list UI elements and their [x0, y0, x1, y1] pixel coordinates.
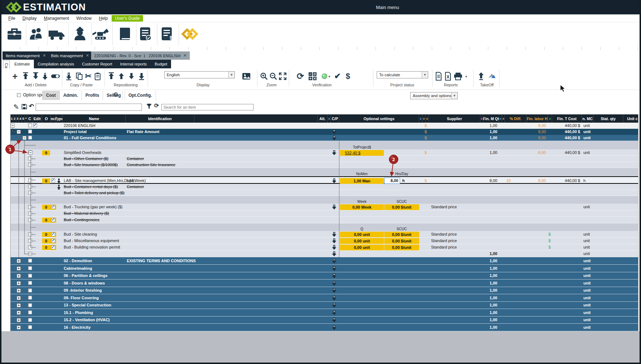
toolbox-icon[interactable] [4, 24, 24, 45]
supplier-cell[interactable]: Standard price [431, 245, 457, 249]
add-above-button[interactable] [22, 70, 29, 82]
doc-tab-0[interactable]: Items management✕ [3, 51, 49, 60]
column-header-type[interactable]: Type [56, 114, 63, 123]
unit-cell[interactable]: unit [583, 281, 591, 285]
print-button[interactable] [454, 70, 462, 82]
optional-setting-cell-2[interactable]: 0,00 $/unit [384, 238, 419, 244]
item-name-cell[interactable]: Bud - Site Insurance ($/1000$) [64, 163, 118, 167]
unit-cell[interactable]: unit [583, 266, 591, 270]
final-qty-cell[interactable]: 1,00 [483, 259, 497, 263]
optional-setting-cell-2[interactable]: 8,00 [384, 178, 400, 184]
item-name-cell[interactable]: 13 - Special Construction [64, 303, 111, 307]
option-number-cell[interactable]: 0 [42, 178, 50, 183]
copy-paste-arrow-icon[interactable] [332, 281, 336, 286]
final-qty-cell[interactable]: 1,00 [483, 288, 497, 292]
item-name-cell[interactable]: Bud - Other Container ($) [64, 156, 108, 161]
status-caret[interactable]: ▾ [328, 70, 330, 82]
chevron-down-icon[interactable]: ▼ [422, 72, 428, 78]
item-name-cell[interactable]: 08 - Doors & windows [64, 281, 105, 285]
final-total-cost-cell[interactable]: 440,00 $ [555, 129, 580, 134]
table-row[interactable]: 0Bud - Building renovation permit0,00 un… [10, 244, 638, 251]
row-checkbox[interactable] [28, 281, 32, 285]
paste-insert-button[interactable] [66, 70, 72, 82]
table-row[interactable]: WeekSCUC [10, 196, 638, 204]
move-down-button[interactable] [128, 70, 135, 82]
copy-paste-arrow-icon[interactable] [332, 303, 336, 308]
table-row[interactable]: TotProject$ [10, 141, 638, 150]
item-name-cell[interactable]: Bud - Site cleaning [64, 232, 97, 236]
add-below-button[interactable] [32, 70, 39, 82]
unit-cell[interactable]: unit [583, 325, 591, 329]
option-number-cell[interactable]: 0 [42, 245, 50, 250]
item-identification-cell[interactable]: LAB [127, 178, 134, 183]
row-checkbox[interactable] [28, 325, 32, 329]
gear-icon[interactable]: ⚙ [113, 91, 118, 99]
optional-setting-cell-1[interactable]: 1,00 Man [340, 178, 384, 184]
row-checkbox[interactable] [28, 296, 32, 300]
row-checkbox[interactable] [28, 310, 32, 314]
zoom-fit-button[interactable] [279, 70, 287, 82]
table-row[interactable]: 0Bud - Trucking (gas per week) ($)0,00 W… [10, 204, 638, 210]
supplier-cell[interactable]: Standard price [431, 205, 457, 209]
row-checkbox[interactable] [28, 245, 32, 249]
menu-user-s-guide[interactable]: User's Guide [112, 15, 143, 22]
table-row[interactable]: 15.2 - Ventilation (HVAC)1,00unit [10, 317, 638, 324]
item-name-cell[interactable]: 06 - Partition & ceilings [64, 273, 108, 278]
option-number-cell[interactable]: 0 [42, 205, 50, 210]
truck-icon[interactable] [47, 24, 67, 45]
unit-cell[interactable]: unit [583, 129, 591, 134]
row-checkbox[interactable] [28, 259, 32, 263]
column-header-+[interactable]: + [480, 114, 483, 123]
row-checkbox[interactable] [28, 288, 32, 292]
item-name-cell[interactable]: Bud - Miscellaneous equipment [64, 238, 119, 243]
move-top-button[interactable] [108, 70, 115, 82]
copy-paste-arrow-icon[interactable] [332, 325, 336, 330]
column-header-fin.-labor-h[interactable]: Fin. labor H [526, 114, 548, 123]
menu-display[interactable]: Display [19, 15, 40, 22]
item-name-cell[interactable]: 220106 ENGLISH [64, 123, 95, 128]
edit-checkbox[interactable] [33, 123, 37, 127]
final-qty-cell[interactable]: 1,00 [483, 310, 497, 315]
included-checkbox[interactable] [51, 232, 55, 236]
final-qty-cell[interactable]: 1,00 [483, 281, 497, 285]
verify-cost-button[interactable]: $ [346, 70, 350, 82]
table-row[interactable]: Bud - Material delivery ($) [10, 210, 638, 217]
final-labor-cell[interactable]: 8,00 [528, 136, 546, 140]
item-identification-cell[interactable]: EXISTING TERMS AND CONDITIONS [127, 259, 196, 263]
view-button-optconfig[interactable]: Opt.Config. [125, 91, 156, 100]
column-header-c-p[interactable]: C/P [331, 114, 339, 123]
column-header-incl.[interactable]: Incl. [51, 114, 56, 123]
item-identification-cell[interactable]: Container [127, 156, 144, 161]
column-header-*[interactable]: * [25, 114, 27, 123]
vertical-scrollbar[interactable] [638, 114, 641, 331]
final-total-cost-cell[interactable]: 440,00 $ [555, 178, 580, 183]
included-checkbox[interactable] [51, 178, 55, 182]
chevron-down-icon[interactable]: ▼ [451, 92, 457, 99]
menu-window[interactable]: Window [73, 15, 95, 22]
item-identification-cell[interactable]: Construction Site Insurance [127, 163, 175, 167]
toggle-item-button[interactable] [51, 70, 60, 82]
copy-paste-arrow-icon[interactable] [332, 296, 336, 301]
column-header-blank[interactable] [194, 114, 318, 123]
column-header-+[interactable]: + [502, 114, 505, 123]
copy-paste-arrow-icon[interactable] [332, 129, 336, 135]
table-row[interactable]: 02 - DemolitionEXISTING TERMS AND CONDIT… [10, 257, 638, 265]
view-button-admin[interactable]: Admin. [60, 91, 82, 100]
optional-setting-cell-2[interactable]: 0,00 $/unit [384, 245, 419, 250]
zoom-in-button[interactable] [260, 70, 268, 82]
unit-cell[interactable]: unit [583, 238, 590, 243]
takeoff-import-button[interactable] [478, 70, 485, 82]
copy-paste-arrow-icon[interactable] [332, 238, 336, 244]
table-row[interactable]: Project totalFlat Rate Amount$1,008,0044… [10, 129, 638, 135]
item-name-cell[interactable]: Project total [64, 129, 87, 134]
row-checkbox[interactable] [28, 232, 32, 236]
row-checkbox[interactable] [28, 252, 32, 256]
copy-paste-arrow-icon[interactable] [332, 259, 336, 264]
column-header-identification[interactable]: Identification [126, 114, 194, 123]
move-bottom-button[interactable] [138, 70, 145, 82]
table-row[interactable]: 08 - Doors & windows1,00unit [10, 279, 638, 287]
column-header-fin.-m-qt[interactable]: Fin. M Qt [483, 114, 499, 123]
item-name-cell[interactable]: Bud - Building renovation permit [64, 245, 120, 249]
final-labor-cell[interactable]: 8,00 [528, 178, 546, 183]
unit-cell[interactable]: unit [583, 123, 590, 128]
